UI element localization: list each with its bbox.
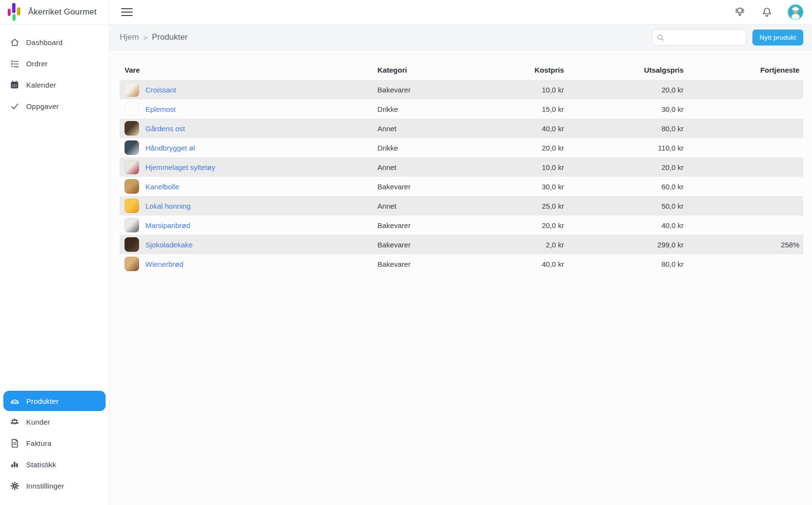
page-actions: Nytt produkt [652, 29, 803, 46]
checklist-icon [10, 59, 19, 68]
cost-cell: 30,0 kr [468, 177, 564, 196]
price-cell: 80,0 kr [564, 254, 684, 274]
sidebar-item-dashboard[interactable]: Dashboard [0, 31, 109, 53]
product-link[interactable]: Eplemost [145, 105, 176, 113]
product-link[interactable]: Wienerbrød [145, 260, 183, 268]
product-thumbnail [125, 140, 139, 155]
profit-cell [684, 99, 803, 119]
product-link[interactable]: Håndbrygget øl [145, 144, 195, 152]
cost-cell: 40,0 kr [468, 254, 564, 274]
bell-icon[interactable] [761, 6, 773, 18]
content-area: Vare Kategori Kostpris Utsalgspris Fortj… [109, 50, 812, 505]
sidebar-item-kalender[interactable]: Kalender [0, 74, 109, 95]
product-thumbnail [125, 102, 139, 116]
price-cell: 80,0 kr [564, 119, 684, 138]
category-cell: Bakevarer [373, 215, 468, 235]
breadcrumb: Hjem > Produkter [120, 32, 187, 42]
product-link[interactable]: Gårdens ost [145, 124, 185, 133]
table-row: CroissantBakevarer10,0 kr20,0 kr [120, 80, 803, 99]
category-cell: Drikke [373, 99, 468, 119]
search-input[interactable] [668, 33, 742, 41]
table-row: SjokoladekakeBakevarer2,0 kr299,0 kr258% [120, 235, 803, 254]
profit-cell [684, 177, 803, 196]
cost-cell: 40,0 kr [468, 119, 564, 138]
table-row: KanelbolleBakevarer30,0 kr60,0 kr [120, 177, 803, 196]
table-row: Gårdens ostAnnet40,0 kr80,0 kr [120, 119, 803, 138]
sidebar-item-statistikk[interactable]: Statistikk [0, 454, 109, 475]
product-thumbnail [125, 179, 139, 194]
sidebar-item-ordrer[interactable]: Ordrer [0, 53, 109, 74]
breadcrumb-bar: Hjem > Produkter Nytt produkt [109, 25, 812, 50]
category-cell: Bakevarer [373, 235, 468, 254]
price-cell: 60,0 kr [564, 177, 684, 196]
cheese-icon [10, 396, 19, 406]
price-cell: 40,0 kr [564, 215, 684, 235]
table-row: Hjemmelaget syltetøyAnnet10,0 kr20,0 kr [120, 157, 803, 177]
category-cell: Annet [373, 157, 468, 177]
gear-icon [10, 481, 19, 490]
sidebar-item-produkter[interactable]: Produkter [3, 391, 106, 411]
profit-cell [684, 215, 803, 235]
breadcrumb-separator: > [143, 33, 148, 42]
check-icon [10, 101, 19, 111]
product-thumbnail [125, 237, 139, 252]
product-link[interactable]: Croissant [145, 86, 176, 94]
cost-cell: 10,0 kr [468, 157, 564, 177]
user-avatar[interactable] [788, 4, 803, 20]
calendar-icon [10, 80, 19, 90]
column-header-utsalgspris: Utsalgspris [564, 61, 684, 80]
column-header-kategori: Kategori [373, 61, 468, 80]
invoice-icon [10, 438, 19, 448]
product-link[interactable]: Lokal honning [145, 202, 190, 210]
sidebar-item-label: Innstillinger [26, 482, 64, 490]
price-cell: 299,0 kr [564, 235, 684, 254]
sidebar-item-label: Produkter [26, 397, 59, 405]
cost-cell: 15,0 kr [468, 99, 564, 119]
price-cell: 110,0 kr [564, 138, 684, 157]
cost-cell: 25,0 kr [468, 196, 564, 215]
products-table: Vare Kategori Kostpris Utsalgspris Fortj… [120, 61, 803, 274]
cost-cell: 2,0 kr [468, 235, 564, 254]
price-cell: 50,0 kr [564, 196, 684, 215]
breadcrumb-home-link[interactable]: Hjem [120, 32, 139, 42]
brand-header: Åkerriket Gourmet [0, 0, 109, 25]
sidebar-item-kunder[interactable]: Kunder [0, 411, 109, 432]
product-thumbnail [125, 199, 139, 213]
new-product-button[interactable]: Nytt produkt [752, 30, 803, 46]
cost-cell: 20,0 kr [468, 138, 564, 157]
sidebar-nav-top: Dashboard Ordrer [0, 25, 109, 117]
profit-cell [684, 119, 803, 138]
product-link[interactable]: Kanelbolle [145, 183, 179, 191]
sidebar-item-label: Kalender [26, 81, 56, 89]
sidebar-item-innstillinger[interactable]: Innstillinger [0, 475, 109, 496]
home-icon [10, 37, 19, 47]
topbar-actions [734, 4, 803, 20]
menu-icon[interactable] [121, 8, 133, 16]
bar-chart-icon [10, 459, 19, 469]
product-link[interactable]: Marsipanbrød [145, 221, 190, 230]
category-cell: Drikke [373, 138, 468, 157]
lightbulb-icon[interactable] [734, 6, 746, 18]
product-thumbnail [125, 257, 139, 271]
profit-cell [684, 80, 803, 99]
people-icon [10, 417, 19, 427]
main-area: Hjem > Produkter Nytt produkt [109, 0, 812, 505]
table-row: Lokal honningAnnet25,0 kr50,0 kr [120, 196, 803, 215]
product-table-body: CroissantBakevarer10,0 kr20,0 krEplemost… [120, 80, 803, 274]
profit-cell [684, 196, 803, 215]
product-thumbnail [125, 121, 139, 136]
category-cell: Bakevarer [373, 177, 468, 196]
brand-title: Åkerriket Gourmet [28, 7, 96, 17]
product-link[interactable]: Hjemmelaget syltetøy [145, 163, 215, 171]
column-header-fortjeneste: Fortjeneste [684, 61, 803, 80]
sidebar-item-label: Dashboard [26, 38, 62, 46]
profit-cell [684, 138, 803, 157]
sidebar-item-oppgaver[interactable]: Oppgaver [0, 95, 109, 117]
sidebar-item-faktura[interactable]: Faktura [0, 432, 109, 454]
product-thumbnail [125, 160, 139, 174]
category-cell: Bakevarer [373, 254, 468, 274]
profit-cell [684, 254, 803, 274]
profit-cell [684, 157, 803, 177]
product-thumbnail [125, 82, 139, 97]
product-link[interactable]: Sjokoladekake [145, 241, 193, 249]
